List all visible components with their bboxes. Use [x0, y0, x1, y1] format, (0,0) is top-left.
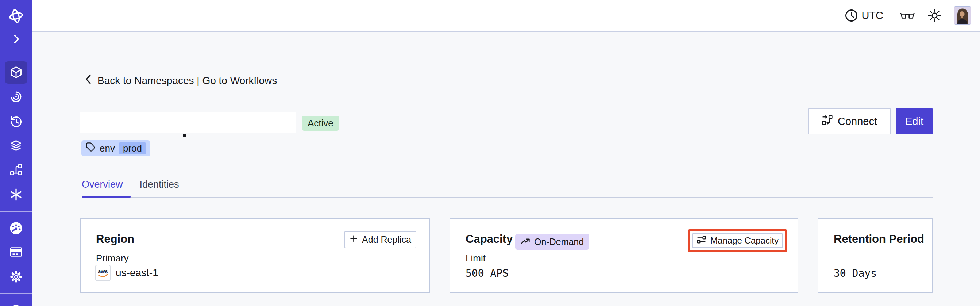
trend-up-icon — [521, 237, 530, 247]
tab-bar: Overview Identities — [82, 179, 179, 190]
sidebar-expand-toggle[interactable] — [0, 33, 32, 46]
region-value: us-east-1 — [116, 267, 158, 279]
capacity-card: Capacity On-Demand Limit 500 APS Manage … — [450, 218, 798, 293]
retention-value: 30 Days — [834, 267, 877, 280]
sidebar-item-settings[interactable] — [0, 269, 32, 285]
cube-icon — [9, 65, 23, 81]
topbar-actions: UTC — [845, 0, 971, 31]
sidebar-item-deployments[interactable] — [0, 163, 32, 178]
back-icon — [84, 73, 92, 88]
gauge-icon — [9, 221, 23, 237]
sidebar-divider — [0, 211, 32, 212]
namespace-title-redacted — [80, 113, 296, 132]
timezone-label: UTC — [861, 10, 883, 22]
history-icon — [9, 114, 23, 130]
sliders-icon — [697, 235, 706, 247]
limit-label: Limit — [466, 253, 485, 264]
redacted-text-remnant — [183, 134, 186, 137]
sidebar-item-billing[interactable] — [0, 245, 32, 261]
region-card-title: Region — [96, 232, 134, 246]
status-badge: Active — [302, 116, 339, 131]
sun-icon[interactable] — [927, 8, 942, 23]
globe-icon — [9, 302, 23, 306]
add-replica-label: Add Replica — [362, 234, 411, 245]
chevron-right-icon — [10, 33, 22, 46]
sidebar-item-namespaces[interactable] — [0, 65, 32, 81]
connect-button[interactable]: Connect — [808, 108, 891, 134]
sidebar-item-account[interactable] — [0, 302, 32, 306]
edit-button[interactable]: Edit — [896, 108, 932, 134]
retention-card-title: Retention Period — [834, 232, 924, 246]
annotation-highlight-box: Manage Capacity — [688, 230, 787, 252]
breadcrumb-label: Back to Namespaces | Go to Workflows — [97, 75, 277, 86]
gear-icon — [9, 269, 23, 285]
connect-button-label: Connect — [838, 115, 877, 128]
status-badge-label: Active — [307, 118, 334, 129]
plus-icon — [350, 234, 358, 245]
add-replica-button[interactable]: Add Replica — [344, 231, 416, 248]
layers-icon — [9, 139, 23, 155]
credit-card-icon — [9, 245, 23, 261]
sidebar-item-nexus[interactable] — [0, 139, 32, 155]
sidebar-item-history[interactable] — [0, 114, 32, 130]
ondemand-badge-label: On-Demand — [534, 237, 584, 247]
tag-icon — [86, 142, 95, 155]
sidebar-item-logo[interactable] — [0, 8, 32, 26]
clock-icon — [845, 9, 858, 22]
tab-bar-divider — [82, 197, 933, 198]
breadcrumb[interactable]: Back to Namespaces | Go to Workflows — [84, 73, 277, 88]
sidebar — [0, 0, 32, 306]
manage-capacity-button[interactable]: Manage Capacity — [692, 233, 783, 248]
region-value-row: aws us-east-1 — [95, 265, 158, 281]
timezone-selector[interactable]: UTC — [845, 9, 883, 22]
aws-logo: aws — [95, 265, 111, 281]
namespace-tag-chip: env prod — [81, 140, 150, 156]
manage-capacity-label: Manage Capacity — [710, 236, 779, 246]
sidebar-item-insights[interactable] — [0, 89, 32, 105]
active-tab-underline — [82, 196, 130, 198]
capacity-card-title: Capacity — [466, 232, 512, 246]
retention-card: Retention Period 30 Days — [818, 218, 933, 293]
tab-overview[interactable]: Overview — [82, 179, 123, 190]
svg-text:aws: aws — [98, 268, 108, 274]
tag-key: env — [100, 143, 115, 154]
limit-value: 500 APS — [466, 267, 509, 280]
primary-label: Primary — [96, 253, 129, 264]
region-card: Region Add Replica Primary aws us-east-1 — [80, 218, 430, 293]
ondemand-badge: On-Demand — [515, 234, 589, 250]
sidebar-divider — [0, 293, 32, 293]
glasses-icon[interactable] — [899, 10, 915, 22]
tag-value: prod — [119, 142, 146, 155]
edit-button-label: Edit — [905, 115, 923, 128]
avatar[interactable] — [954, 6, 971, 25]
asterisk-icon — [9, 187, 23, 203]
topbar: UTC — [32, 0, 980, 32]
connect-flow-icon — [822, 114, 833, 128]
sidebar-item-integrations[interactable] — [0, 187, 32, 203]
sidebar-item-usage[interactable] — [0, 221, 32, 237]
fork-icon — [9, 163, 23, 178]
temporal-logo-icon — [8, 8, 24, 26]
eye-swirl-icon — [9, 89, 23, 105]
tab-identities[interactable]: Identities — [140, 179, 179, 190]
